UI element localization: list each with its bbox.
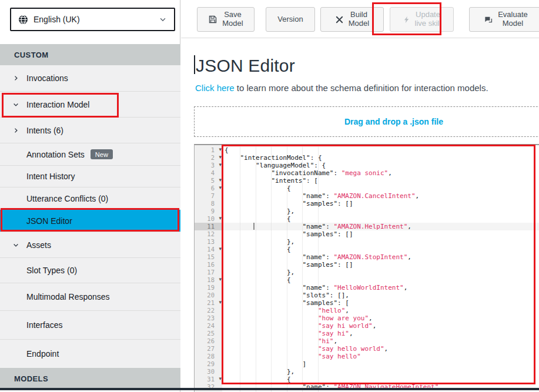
line-number: 3 [211, 162, 215, 169]
line-number: 11 [207, 223, 215, 230]
code-line: "interactionModel": { [222, 154, 539, 162]
editor-gutter: 1▾2▾3▾45▾6▾78910▾11121314▾15161718▾19202… [195, 145, 222, 392]
button-label: Evaluate Model [498, 11, 528, 28]
sidebar-item-slot-types-0[interactable]: Slot Types (0) [0, 257, 180, 283]
code-line: "samples": [] [222, 200, 539, 207]
code-line: "name": "AMAZON.StopIntent", [222, 253, 539, 261]
fold-arrow-icon[interactable]: ▾ [219, 276, 222, 283]
line-number: 27 [207, 345, 215, 352]
code-line: { [222, 276, 539, 284]
build-model-button[interactable]: Build Model [320, 7, 384, 32]
save-model-button[interactable]: Save Model [197, 7, 255, 32]
fold-arrow-icon[interactable]: ▾ [219, 153, 222, 161]
button-label: Build Model [349, 11, 369, 28]
code-line: "intents": [ [222, 177, 539, 185]
language-selector-label: English (UK) [34, 15, 153, 24]
code-line: { [222, 146, 539, 154]
sidebar-item-endpoint[interactable]: Endpoint [0, 339, 180, 368]
custom-header-label: CUSTOM [14, 51, 49, 59]
fold-arrow-icon[interactable]: ▾ [219, 299, 222, 306]
toolbar: Save ModelVersionBuild ModelUpdate live … [181, 0, 539, 38]
fold-arrow-icon[interactable]: ▾ [219, 146, 222, 153]
code-line: ] [222, 360, 539, 368]
code-line: "say hello" [222, 353, 539, 360]
sidebar-item-label: JSON Editor [26, 216, 72, 226]
line-number: 29 [207, 360, 215, 367]
sidebar-item-interaction-model[interactable]: Interaction Model [0, 91, 180, 117]
code-line: "languageModel": { [222, 162, 539, 169]
fold-arrow-icon[interactable]: ▾ [219, 375, 222, 383]
sidebar-item-label: Invocations [26, 73, 68, 83]
sidebar-item-intent-history[interactable]: Intent History [0, 165, 180, 187]
models-header-label: MODELS [14, 374, 48, 383]
line-number: 25 [207, 330, 215, 337]
code-line: "samples": [ [222, 299, 539, 307]
sidebar-section-custom: CUSTOM [0, 44, 180, 65]
code-line: }, [222, 238, 539, 246]
sidebar-item-multimodal-responses[interactable]: Multimodal Responses [0, 283, 180, 310]
lightning-icon [403, 15, 410, 24]
button-label: Save Model [222, 11, 243, 28]
fold-arrow-icon[interactable]: ▾ [219, 161, 222, 169]
line-number: 18 [207, 276, 215, 283]
code-line: "say hi world", [222, 322, 539, 330]
sidebar-item-label: Utterance Conflicts (0) [26, 194, 108, 203]
code-line: "name": "HelloWorldIntent", [222, 284, 539, 292]
sidebar-item-label: Endpoint [26, 349, 59, 359]
sidebar-item-annotation-sets[interactable]: Annotation SetsNew [0, 143, 180, 165]
line-number: 19 [207, 284, 215, 291]
line-number: 13 [207, 238, 215, 245]
sidebar-item-interfaces[interactable]: Interfaces [0, 310, 180, 339]
chevron-down-icon [159, 15, 167, 24]
update-live-skill-button[interactable]: Update live skill [390, 7, 454, 32]
code-line: "samples": [] [222, 261, 539, 269]
version-button[interactable]: Version [266, 7, 315, 32]
line-number: 7 [211, 192, 215, 199]
line-number: 30 [207, 368, 215, 375]
editor-code-area[interactable]: { "interactionModel": { "languageModel":… [222, 145, 539, 392]
line-number: 22 [207, 307, 215, 314]
click-here-link[interactable]: Click here [195, 83, 235, 93]
bottom-divider [0, 388, 539, 390]
fold-arrow-icon[interactable]: ▾ [219, 245, 222, 253]
json-dropzone[interactable]: Drag and drop a .json file [194, 106, 539, 137]
language-selector[interactable]: English (UK) [10, 8, 175, 31]
globe-icon [18, 15, 28, 25]
sidebar-nav: InvocationsInteraction ModelIntents (6)A… [0, 65, 180, 368]
fold-arrow-icon[interactable]: ▾ [219, 176, 222, 184]
line-number: 4 [211, 169, 215, 176]
line-number: 5 [211, 177, 215, 184]
sidebar-item-json-editor[interactable]: JSON Editor [0, 209, 180, 232]
fold-arrow-icon[interactable]: ▾ [219, 215, 222, 222]
sidebar-item-utterance-conflicts-0[interactable]: Utterance Conflicts (0) [0, 187, 180, 209]
json-code-editor[interactable]: 1▾2▾3▾45▾6▾78910▾11121314▾15161718▾19202… [194, 144, 539, 392]
line-number: 10 [207, 215, 215, 222]
text-cursor [194, 55, 195, 74]
fold-arrow-icon[interactable]: ▾ [219, 184, 222, 192]
chevron-down-icon [12, 101, 19, 108]
code-line: "name": "AMAZON.HelpIntent", [222, 223, 539, 230]
build-icon [335, 15, 344, 24]
code-line: "hi", [222, 337, 539, 345]
new-badge: New [91, 149, 113, 159]
code-line: { [222, 376, 539, 383]
sidebar-item-assets[interactable]: Assets [0, 232, 180, 257]
code-line: "samples": [] [222, 230, 539, 238]
button-label: Version [277, 15, 303, 24]
sidebar-item-intents-6[interactable]: Intents (6) [0, 117, 180, 143]
code-line: "say hi", [222, 330, 539, 337]
evaluate-model-button[interactable]: Evaluate Model [469, 7, 539, 32]
line-number: 9 [211, 207, 215, 215]
line-number: 2 [211, 154, 215, 161]
button-label: Update live skill [415, 11, 441, 28]
chevron-right-icon [12, 75, 19, 82]
code-line: }, [222, 269, 539, 276]
line-number: 21 [207, 299, 215, 306]
chevron-down-icon [12, 242, 19, 249]
sidebar-item-label: Interaction Model [26, 100, 89, 109]
code-line: { [222, 185, 539, 192]
main-content: Save ModelVersionBuild ModelUpdate live … [181, 0, 539, 392]
dropzone-label: Drag and drop a .json file [344, 117, 443, 126]
sidebar-item-invocations[interactable]: Invocations [0, 65, 180, 91]
line-number: 6 [211, 185, 215, 192]
